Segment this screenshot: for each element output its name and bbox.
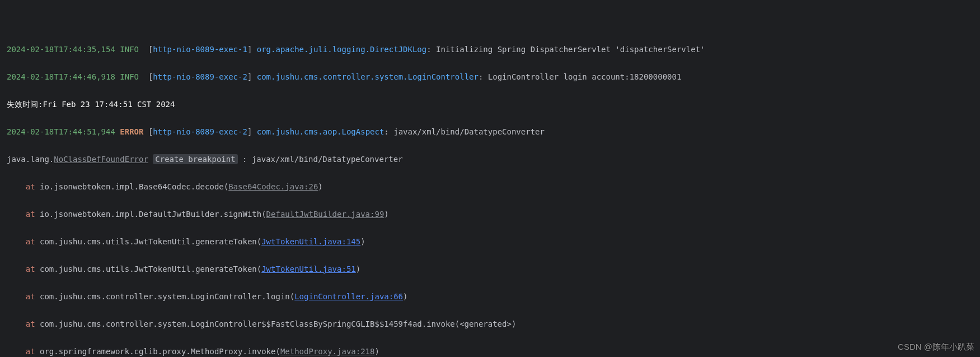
at: at (26, 237, 35, 246)
log-output: 2024-02-18T17:44:35,154 INFO [http-nio-8… (0, 27, 980, 357)
timestamp: 2024-02-18T17:44:51,944 (7, 127, 115, 136)
source-link[interactable]: JwtTokenUtil.java:51 (261, 265, 356, 273)
log-line: 2024-02-18T17:44:46,918 INFO [http-nio-8… (7, 70, 980, 84)
frame: com.jushu.cms.controller.system.LoginCon… (40, 292, 290, 301)
level: INFO (120, 72, 139, 81)
stack-line: at org.springframework.cglib.proxy.Metho… (7, 345, 980, 358)
exception-line: java.lang.NoClassDefFoundError Create br… (7, 152, 980, 166)
logger: com.jushu.cms.aop.LogAspect (257, 127, 385, 136)
thread: http-nio-8089-exec-2 (153, 127, 247, 136)
level: ERROR (120, 127, 143, 136)
thread: http-nio-8089-exec-2 (153, 72, 247, 81)
at: at (26, 182, 35, 191)
watermark: CSDN @陈年小趴菜 (898, 340, 974, 354)
log-line: 失效时间:Fri Feb 23 17:44:51 CST 2024 (7, 98, 980, 112)
frame: io.jsonwebtoken.impl.DefaultJwtBuilder.s… (40, 210, 261, 219)
stack-line: at io.jsonwebtoken.impl.Base64Codec.deco… (7, 180, 980, 194)
log-line: 2024-02-18T17:44:35,154 INFO [http-nio-8… (7, 43, 980, 57)
frame: com.jushu.cms.controller.system.LoginCon… (40, 319, 516, 328)
message: : LoginController login account:18200000… (479, 72, 681, 81)
timestamp: 2024-02-18T17:44:46,918 (7, 72, 115, 81)
at: at (26, 347, 35, 356)
source-link[interactable]: Base64Codec.java:26 (228, 182, 318, 191)
stack-line: at io.jsonwebtoken.impl.DefaultJwtBuilde… (7, 207, 980, 221)
frame: com.jushu.cms.utils.JwtTokenUtil.generat… (40, 265, 257, 273)
stack-line: at com.jushu.cms.controller.system.Login… (7, 290, 980, 304)
thread: http-nio-8089-exec-1 (153, 45, 247, 54)
source-link[interactable]: LoginController.java:66 (294, 292, 403, 301)
level: INFO (120, 45, 139, 54)
frame: io.jsonwebtoken.impl.Base64Codec.decode (40, 182, 224, 191)
at: at (26, 265, 35, 273)
logger: org.apache.juli.logging.DirectJDKLog (257, 45, 426, 54)
message: : javax/xml/bind/DatatypeConverter (384, 127, 545, 136)
exc-pkg: java.lang. (7, 155, 54, 164)
timestamp: 2024-02-18T17:44:35,154 (7, 45, 115, 54)
stack-line: at com.jushu.cms.utils.JwtTokenUtil.gene… (7, 262, 980, 276)
logger: com.jushu.cms.controller.system.LoginCon… (257, 72, 479, 81)
source-link[interactable]: JwtTokenUtil.java:145 (261, 237, 360, 246)
message: : Initializing Spring DispatcherServlet … (426, 45, 705, 54)
at: at (26, 319, 35, 328)
source-link[interactable]: DefaultJwtBuilder.java:99 (266, 210, 385, 219)
exc-msg: : javax/xml/bind/DatatypeConverter (242, 155, 403, 164)
frame: org.springframework.cglib.proxy.MethodPr… (40, 347, 275, 356)
create-breakpoint-button[interactable]: Create breakpoint (153, 154, 237, 164)
exc-class[interactable]: NoClassDefFoundError (54, 155, 148, 164)
stack-line: at com.jushu.cms.utils.JwtTokenUtil.gene… (7, 235, 980, 249)
stack-line: at com.jushu.cms.controller.system.Login… (7, 317, 980, 331)
at: at (26, 210, 35, 219)
log-line: 2024-02-18T17:44:51,944 ERROR [http-nio-… (7, 125, 980, 139)
invalid-time: 失效时间:Fri Feb 23 17:44:51 CST 2024 (7, 100, 175, 109)
frame: com.jushu.cms.utils.JwtTokenUtil.generat… (40, 237, 257, 246)
source-link[interactable]: MethodProxy.java:218 (280, 347, 375, 356)
at: at (26, 292, 35, 301)
